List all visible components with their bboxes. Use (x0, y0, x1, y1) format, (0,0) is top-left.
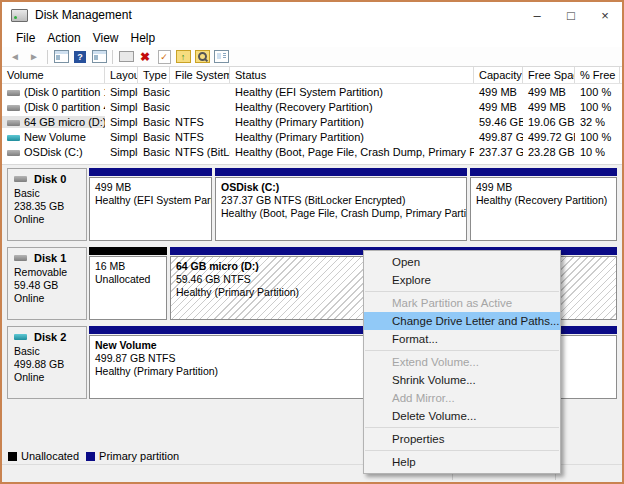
close-button[interactable]: × (588, 2, 622, 28)
table-row[interactable]: OSDisk (C:) Simple Basic NTFS (BitLo... … (2, 144, 622, 159)
unallocated-swatch (8, 452, 17, 461)
menu-item-help[interactable]: Help (364, 453, 560, 471)
menu-item-explore[interactable]: Explore (364, 271, 560, 289)
col-free-space[interactable]: Free Space (523, 67, 575, 83)
partition-unallocated[interactable]: 16 MB Unallocated (89, 247, 167, 320)
menu-item-change-drive-letter[interactable]: Change Drive Letter and Paths... (364, 312, 560, 330)
delete-volume-icon[interactable]: ✖ (137, 49, 153, 64)
unallocated-color-bar (89, 247, 167, 255)
disk-size: 499.88 GB (14, 358, 86, 371)
toolbar: ◄ ► ? ✖ ✓ ↑ (2, 47, 622, 67)
show-tree-icon[interactable] (91, 49, 107, 64)
table-row[interactable]: (Disk 0 partition 1) Simple Basic Health… (2, 84, 622, 99)
explore-folder-icon[interactable] (194, 49, 210, 64)
partition-status: Unallocated (95, 273, 164, 286)
fs-cell: NTFS (BitLo... (170, 146, 230, 158)
type-cell: Basic (138, 116, 170, 128)
maximize-button[interactable]: □ (554, 2, 588, 28)
disk-kind: Basic (14, 187, 86, 200)
layout-cell: Simple (105, 131, 138, 143)
layout-cell: Simple (105, 146, 138, 158)
back-icon[interactable]: ◄ (7, 49, 23, 64)
action-menu-icon[interactable] (118, 49, 134, 64)
menu-item-open[interactable]: Open (364, 253, 560, 271)
disk-state: Online (14, 292, 86, 305)
minimize-button[interactable]: – (520, 2, 554, 28)
menu-separator (365, 291, 559, 292)
console-window-icon[interactable] (53, 49, 69, 64)
volume-icon (7, 90, 20, 96)
menu-item-delete-volume[interactable]: Delete Volume... (364, 407, 560, 425)
pct-free-cell: 32 % (575, 116, 620, 128)
partition-efi[interactable]: 499 MB Healthy (EFI System Partition) (89, 168, 212, 241)
partition-size: 16 MB (95, 260, 164, 273)
menu-item-mark-partition-active: Mark Partition as Active (364, 294, 560, 312)
details-view-icon[interactable] (213, 49, 229, 64)
menu-view[interactable]: View (87, 31, 125, 45)
volume-list-header: Volume Layout Type File System Status Ca… (2, 67, 622, 84)
partition-osdisk-c[interactable]: OSDisk (C:) 237.37 GB NTFS (BitLocker En… (215, 168, 467, 241)
disk-size: 238.35 GB (14, 200, 86, 213)
table-row-selected[interactable]: 64 GB micro (D:) Simple Basic NTFS Healt… (2, 114, 622, 129)
menu-item-add-mirror: Add Mirror... (364, 389, 560, 407)
menu-separator (365, 350, 559, 351)
menu-item-properties[interactable]: Properties (364, 430, 560, 448)
col-volume[interactable]: Volume (2, 67, 105, 83)
fs-cell: NTFS (170, 116, 230, 128)
window-title: Disk Management (35, 8, 132, 22)
table-row[interactable]: New Volume Simple Basic NTFS Healthy (Pr… (2, 129, 622, 144)
open-folder-icon[interactable]: ↑ (175, 49, 191, 64)
partition-color-bar (215, 168, 467, 176)
col-pct-free[interactable]: % Free (575, 67, 620, 83)
app-disk-icon (11, 9, 28, 22)
disk-icon (14, 334, 27, 340)
partition-status: Healthy (Recovery Partition) (476, 194, 614, 207)
menu-file[interactable]: File (10, 31, 41, 45)
menu-action[interactable]: Action (41, 31, 86, 45)
disk-state: Online (14, 213, 86, 226)
fs-cell: NTFS (170, 131, 230, 143)
col-status[interactable]: Status (230, 67, 474, 83)
disk-size: 59.48 GB (14, 279, 86, 292)
volume-name-cell[interactable]: New Volume (2, 131, 105, 143)
volume-name-cell[interactable]: OSDisk (C:) (2, 146, 105, 158)
volume-name-cell[interactable]: (Disk 0 partition 4) (2, 101, 105, 113)
disk-0-label[interactable]: Disk 0 Basic 238.35 GB Online (7, 168, 87, 241)
titlebar: Disk Management – □ × (2, 2, 622, 28)
capacity-cell: 499 MB (474, 101, 523, 113)
mark-active-icon[interactable]: ✓ (156, 49, 172, 64)
layout-cell: Simple (105, 101, 138, 113)
disk-0-row: Disk 0 Basic 238.35 GB Online 499 MB Hea… (7, 168, 617, 241)
partition-size: 499 MB (95, 181, 209, 194)
disk-kind: Removable (14, 266, 86, 279)
col-capacity[interactable]: Capacity (474, 67, 523, 83)
col-type[interactable]: Type (138, 67, 170, 83)
menu-item-extend-volume: Extend Volume... (364, 353, 560, 371)
capacity-cell: 59.46 GB (474, 116, 523, 128)
type-cell: Basic (138, 101, 170, 113)
type-cell: Basic (138, 131, 170, 143)
forward-icon[interactable]: ► (26, 49, 42, 64)
table-row[interactable]: (Disk 0 partition 4) Simple Basic Health… (2, 99, 622, 114)
menu-item-format[interactable]: Format... (364, 330, 560, 348)
capacity-cell: 499.87 GB (474, 131, 523, 143)
disk-2-label[interactable]: Disk 2 Basic 499.88 GB Online (7, 326, 87, 399)
legend-primary-partition: Primary partition (86, 450, 179, 462)
type-cell: Basic (138, 86, 170, 98)
volume-name-cell[interactable]: 64 GB micro (D:) (2, 116, 105, 128)
layout-cell: Simple (105, 86, 138, 98)
status-cell: Healthy (EFI System Partition) (230, 86, 474, 98)
help-icon[interactable]: ? (72, 49, 88, 64)
menubar: File Action View Help (2, 28, 622, 47)
free-space-cell: 499.72 GB (523, 131, 575, 143)
volume-name-cell[interactable]: (Disk 0 partition 1) (2, 86, 105, 98)
partition-recovery[interactable]: 499 MB Healthy (Recovery Partition) (470, 168, 617, 241)
disk-1-label[interactable]: Disk 1 Removable 59.48 GB Online (7, 247, 87, 320)
menu-item-shrink-volume[interactable]: Shrink Volume... (364, 371, 560, 389)
col-file-system[interactable]: File System (170, 67, 230, 83)
col-layout[interactable]: Layout (105, 67, 138, 83)
menu-help[interactable]: Help (125, 31, 162, 45)
status-cell: Healthy (Primary Partition) (230, 131, 474, 143)
partition-size: 499 MB (476, 181, 614, 194)
partition-title: OSDisk (C:) (221, 181, 464, 194)
